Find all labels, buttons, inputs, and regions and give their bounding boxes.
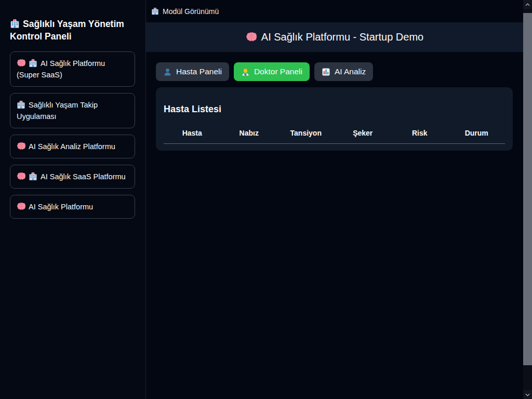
tab-label: AI Analiz bbox=[335, 67, 366, 76]
table-column-header: Nabız bbox=[221, 129, 278, 137]
tab-label: Doktor Paneli bbox=[254, 67, 302, 76]
hospital-icon bbox=[29, 59, 37, 68]
panel-title: Hasta Listesi bbox=[164, 104, 505, 115]
sidebar-item-ai-saglik-saas-platformu[interactable]: AI Sağlık SaaS Platformu bbox=[10, 165, 135, 189]
sidebar: Sağlıklı Yaşam Yönetim Kontrol Paneli AI… bbox=[0, 0, 146, 399]
vertical-scrollbar[interactable] bbox=[523, 0, 532, 399]
patient-table-header-row: HastaNabızTansiyonŞekerRiskDurum bbox=[164, 129, 505, 144]
sidebar-title-text: Sağlıklı Yaşam Yönetim Kontrol Paneli bbox=[10, 19, 124, 42]
tab-doktor-paneli[interactable]: Doktor Paneli bbox=[234, 62, 310, 81]
patient-list-panel: Hasta Listesi HastaNabızTansiyonŞekerRis… bbox=[156, 87, 513, 151]
table-column-header: Risk bbox=[391, 129, 448, 137]
brain-icon bbox=[17, 142, 25, 151]
sidebar-item-ai-saglik-platformu-super-saas[interactable]: AI Sağlık Platformu (Super SaaS) bbox=[10, 51, 135, 87]
sidebar-item-label: AI Sağlık SaaS Platformu bbox=[41, 172, 126, 181]
brain-icon bbox=[246, 32, 257, 43]
sidebar-item-ai-saglik-analiz-platformu[interactable]: AI Sağlık Analiz Platformu bbox=[10, 135, 135, 158]
scroll-down-button[interactable] bbox=[523, 390, 532, 399]
module-body: Hasta PaneliDoktor PaneliAI Analiz Hasta… bbox=[146, 52, 523, 151]
brain-icon bbox=[17, 59, 25, 68]
sidebar-item-ai-saglik-platformu[interactable]: AI Sağlık Platformu bbox=[10, 195, 135, 219]
hospital-icon bbox=[151, 7, 159, 15]
tab-label: Hasta Paneli bbox=[176, 67, 222, 76]
sidebar-module-list: AI Sağlık Platformu (Super SaaS)Sağlıklı… bbox=[10, 51, 135, 219]
doctor-icon bbox=[241, 68, 250, 76]
sidebar-item-label: AI Sağlık Platformu bbox=[29, 203, 93, 211]
module-banner: AI Sağlık Platformu - Startup Demo bbox=[146, 22, 523, 52]
tab-hasta-paneli[interactable]: Hasta Paneli bbox=[156, 62, 229, 81]
module-view-label: Modül Görünümü bbox=[163, 7, 219, 16]
table-column-header: Hasta bbox=[164, 129, 221, 137]
module-view-toolbar: Modül Görünümü bbox=[146, 0, 523, 22]
scroll-up-button[interactable] bbox=[523, 0, 532, 9]
chart-icon bbox=[322, 68, 330, 76]
tab-ai-analiz[interactable]: AI Analiz bbox=[314, 62, 373, 81]
hospital-icon bbox=[10, 19, 20, 29]
brain-icon bbox=[17, 172, 25, 181]
sidebar-item-label: AI Sağlık Analiz Platformu bbox=[29, 142, 115, 151]
table-column-header: Durum bbox=[448, 129, 506, 137]
table-column-header: Şeker bbox=[335, 129, 392, 137]
sidebar-item-label: Sağlıklı Yaşam Takip Uygulaması bbox=[17, 101, 98, 121]
module-banner-title: AI Sağlık Platformu - Startup Demo bbox=[261, 31, 423, 43]
panel-tabs: Hasta PaneliDoktor PaneliAI Analiz bbox=[156, 62, 513, 81]
main-content: Modül Görünümü AI Sağlık Platformu - Sta… bbox=[146, 0, 523, 399]
table-column-header: Tansiyon bbox=[277, 129, 335, 137]
hospital-icon bbox=[29, 172, 37, 181]
hospital-icon bbox=[17, 100, 25, 109]
sidebar-item-saglikli-yasam-takip-uygulamasi[interactable]: Sağlıklı Yaşam Takip Uygulaması bbox=[10, 93, 135, 128]
brain-icon bbox=[17, 202, 25, 211]
user-icon bbox=[163, 68, 172, 76]
scrollbar-thumb[interactable] bbox=[523, 13, 532, 365]
sidebar-title: Sağlıklı Yaşam Yönetim Kontrol Paneli bbox=[10, 18, 135, 43]
